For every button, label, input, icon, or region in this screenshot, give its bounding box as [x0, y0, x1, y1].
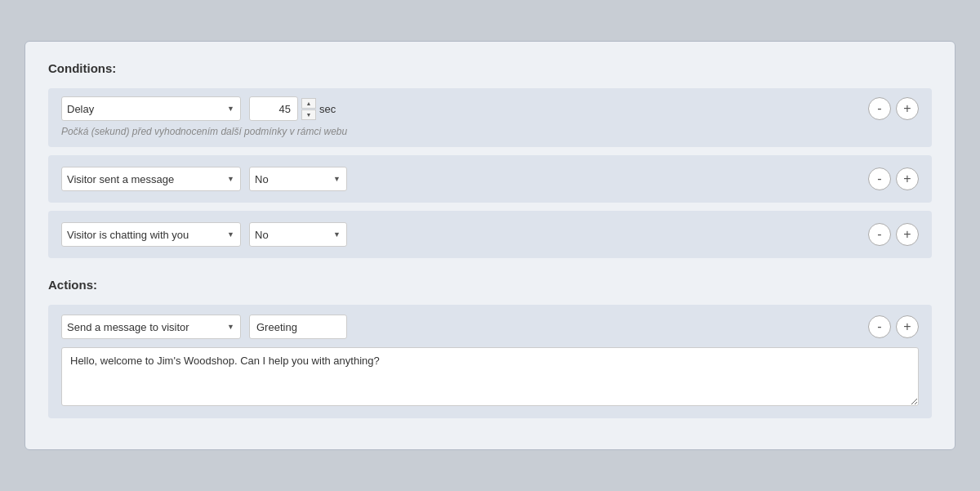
action-row-send-message: Send a message to visitor Transfer chat …: [48, 305, 932, 418]
condition-row-visitor-sent: Delay Visitor sent a message Visitor is …: [48, 155, 932, 203]
delay-note: Počká (sekund) před vyhodnocením další p…: [61, 126, 919, 137]
condition-row-delay: Delay Visitor sent a message Visitor is …: [48, 88, 932, 147]
action-type-select[interactable]: Send a message to visitor Transfer chat …: [61, 315, 241, 339]
visitor-sent-type-wrapper: Delay Visitor sent a message Visitor is …: [61, 167, 241, 191]
message-textarea[interactable]: Hello, welcome to Jim's Woodshop. Can I …: [61, 347, 919, 406]
visitor-sent-value-wrapper: No Yes: [249, 167, 347, 191]
visitor-chatting-plus-button[interactable]: +: [896, 223, 919, 246]
visitor-sent-plus-button[interactable]: +: [896, 167, 919, 190]
spin-buttons: ▲ ▼: [301, 98, 316, 120]
actions-title: Actions:: [48, 278, 932, 292]
delay-type-select[interactable]: Delay Visitor sent a message Visitor is …: [61, 96, 241, 121]
sec-label: sec: [319, 103, 336, 115]
delay-minus-button[interactable]: -: [868, 97, 891, 120]
spin-down-button[interactable]: ▼: [301, 109, 316, 120]
condition-row-visitor-chatting: Delay Visitor sent a message Visitor is …: [48, 211, 932, 258]
visitor-sent-value-select[interactable]: No Yes: [249, 167, 347, 191]
visitor-sent-minus-button[interactable]: -: [868, 167, 891, 190]
spin-up-button[interactable]: ▲: [301, 98, 316, 109]
delay-btn-group: - +: [868, 97, 919, 120]
delay-plus-button[interactable]: +: [896, 97, 919, 120]
action-type-wrapper: Send a message to visitor Transfer chat …: [61, 315, 241, 339]
visitor-chatting-type-select[interactable]: Delay Visitor sent a message Visitor is …: [61, 222, 241, 247]
visitor-chatting-value-wrapper: No Yes: [249, 222, 347, 247]
delay-type-wrapper: Delay Visitor sent a message Visitor is …: [61, 96, 241, 121]
main-container: Conditions: Delay Visitor sent a message…: [24, 41, 956, 450]
visitor-chatting-type-wrapper: Delay Visitor sent a message Visitor is …: [61, 222, 241, 247]
conditions-title: Conditions:: [48, 61, 932, 75]
visitor-sent-btn-group: - +: [868, 167, 919, 190]
action-plus-button[interactable]: +: [896, 315, 919, 338]
visitor-chatting-btn-group: - +: [868, 223, 919, 246]
delay-value-input[interactable]: [249, 96, 298, 121]
visitor-chatting-value-select[interactable]: No Yes: [249, 222, 347, 247]
action-btn-group: - +: [868, 315, 919, 338]
visitor-sent-type-select[interactable]: Delay Visitor sent a message Visitor is …: [61, 167, 241, 191]
greeting-input[interactable]: [249, 315, 347, 339]
action-minus-button[interactable]: -: [868, 315, 891, 338]
delay-value-wrapper: ▲ ▼ sec: [249, 96, 336, 121]
actions-section: Actions: Send a message to visitor Trans…: [48, 278, 932, 418]
visitor-chatting-minus-button[interactable]: -: [868, 223, 891, 246]
